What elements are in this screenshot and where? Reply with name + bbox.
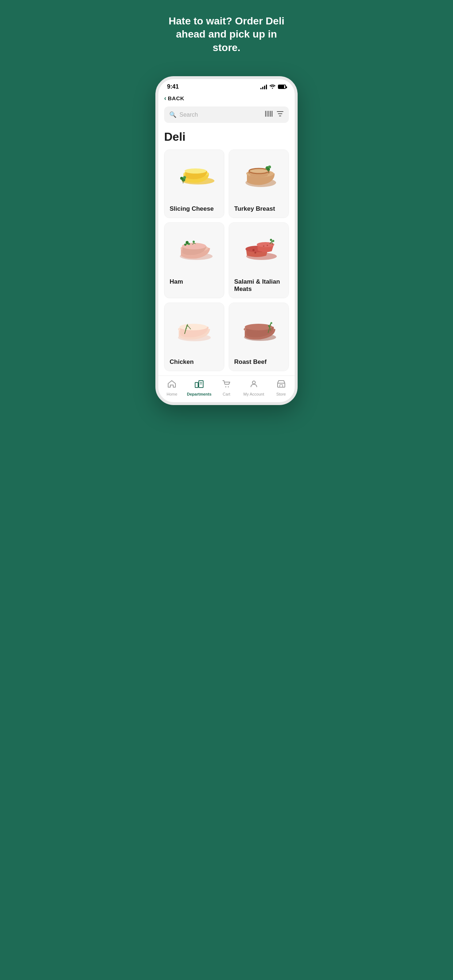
category-label-roast-beef: Roast Beef [229, 354, 289, 371]
hero-text: Hate to wait? Order Deli ahead and pick … [151, 0, 302, 76]
nav-item-store[interactable]: Store [267, 380, 295, 396]
svg-point-19 [268, 165, 271, 169]
nav-label-cart: Cart [223, 392, 231, 396]
page-title: Deli [158, 127, 295, 150]
svg-point-10 [180, 177, 183, 180]
cart-icon [222, 380, 231, 390]
battery-icon [278, 84, 286, 89]
nav-item-my-account[interactable]: My Account [240, 380, 267, 396]
svg-point-34 [254, 252, 256, 254]
filter-icon[interactable] [276, 110, 284, 119]
svg-point-31 [252, 249, 255, 251]
category-image-salami [229, 223, 289, 274]
search-right-icons [265, 110, 284, 119]
nav-label-my-account: My Account [243, 392, 264, 396]
svg-point-56 [225, 387, 226, 388]
status-time: 9:41 [167, 83, 179, 90]
category-card-ham[interactable]: Ham [164, 223, 224, 298]
svg-rect-1 [266, 111, 267, 117]
svg-rect-2 [268, 111, 268, 117]
svg-point-48 [245, 324, 273, 330]
category-image-turkey-breast [229, 150, 289, 201]
nav-item-departments[interactable]: Departments [186, 380, 213, 396]
svg-point-57 [228, 387, 229, 388]
category-label-salami: Salami & Italian Meats [229, 274, 289, 298]
barcode-icon[interactable] [265, 110, 273, 119]
nav-item-cart[interactable]: Cart [213, 380, 240, 396]
departments-icon [194, 380, 204, 390]
nav-label-home: Home [167, 392, 177, 396]
svg-rect-4 [270, 111, 271, 117]
svg-rect-52 [195, 382, 198, 388]
search-input[interactable]: Search [179, 111, 262, 118]
svg-point-50 [268, 325, 270, 327]
nav-label-departments: Departments [187, 392, 212, 396]
my-account-icon [249, 380, 258, 390]
svg-point-25 [184, 243, 187, 246]
category-card-turkey-breast[interactable]: Turkey Breast [229, 150, 289, 218]
status-icons [260, 84, 286, 90]
svg-point-37 [266, 245, 268, 246]
category-image-roast-beef [229, 303, 289, 354]
svg-rect-5 [272, 111, 273, 117]
svg-point-58 [252, 381, 255, 384]
svg-point-27 [186, 241, 188, 244]
back-label: BACK [168, 95, 184, 101]
search-icon: 🔍 [169, 111, 177, 118]
svg-rect-3 [269, 111, 270, 117]
phone-frame: 9:41 ‹ BACK [155, 76, 298, 405]
svg-rect-60 [280, 385, 283, 387]
svg-point-39 [272, 240, 274, 242]
svg-point-36 [263, 245, 265, 247]
svg-point-35 [257, 242, 274, 247]
category-label-chicken: Chicken [164, 354, 224, 371]
svg-rect-0 [265, 111, 266, 117]
category-card-salami[interactable]: Salami & Italian Meats [229, 223, 289, 298]
category-label-slicing-cheese: Slicing Cheese [164, 201, 224, 218]
category-image-slicing-cheese [164, 150, 224, 201]
svg-point-38 [270, 239, 272, 241]
nav-label-store: Store [276, 392, 286, 396]
store-icon [276, 380, 286, 390]
svg-point-11 [183, 176, 186, 179]
category-card-roast-beef[interactable]: Roast Beef [229, 302, 289, 371]
nav-item-home[interactable]: Home [158, 380, 186, 396]
categories-grid: Slicing Cheese [158, 150, 295, 371]
home-icon [167, 380, 177, 390]
back-button[interactable]: ‹ BACK [158, 92, 295, 105]
category-card-slicing-cheese[interactable]: Slicing Cheese [164, 150, 224, 218]
category-label-ham: Ham [164, 274, 224, 291]
signal-icon [260, 84, 267, 89]
svg-point-51 [270, 322, 272, 324]
svg-rect-59 [278, 383, 285, 387]
svg-point-28 [193, 240, 195, 243]
category-image-chicken [164, 303, 224, 354]
bottom-navigation: Home Departments [158, 375, 295, 402]
category-image-ham [164, 223, 224, 274]
status-bar: 9:41 [158, 79, 295, 92]
svg-point-43 [179, 324, 207, 330]
back-chevron-icon: ‹ [164, 94, 166, 102]
svg-point-8 [185, 169, 206, 173]
category-card-chicken[interactable]: Chicken [164, 302, 224, 371]
category-label-turkey-breast: Turkey Breast [229, 201, 289, 218]
search-bar[interactable]: 🔍 Search [164, 107, 289, 123]
wifi-icon [270, 84, 275, 90]
